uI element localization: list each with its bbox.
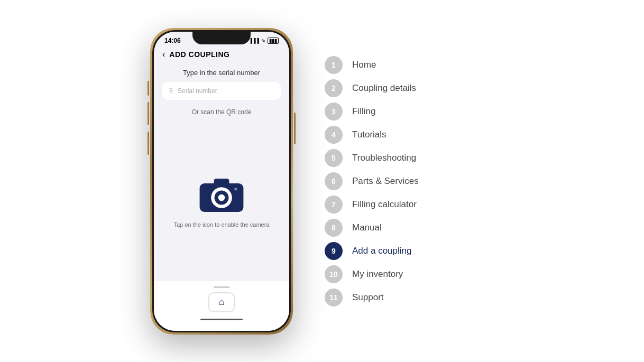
nav-item-2[interactable]: 2Coupling details — [325, 79, 494, 97]
nav-badge-7: 7 — [325, 196, 343, 214]
camera-icon — [198, 173, 245, 213]
phone-notch — [192, 32, 251, 44]
svg-rect-4 — [214, 179, 229, 185]
side-button-mute — [148, 81, 149, 96]
or-text: Or scan the QR code — [192, 108, 252, 116]
phone-device: 14:06 ▐▐▐ ∿ ▮▮▮ ‹ ADD COUPLING Type in t… — [150, 28, 293, 335]
nav-label-8: Manual — [352, 222, 382, 233]
nav-badge-9: 9 — [325, 242, 343, 260]
nav-item-4[interactable]: 4Tutorials — [325, 126, 494, 144]
nav-badge-3: 3 — [325, 103, 343, 120]
side-button-vol-up — [148, 102, 149, 125]
nav-badge-2: 2 — [325, 79, 343, 97]
swipe-indicator — [214, 286, 229, 288]
nav-label-10: My inventory — [352, 269, 403, 280]
nav-item-7[interactable]: 7Filling calculator — [325, 196, 494, 214]
home-icon: ⌂ — [219, 296, 225, 308]
app-nav-bar: ‹ ADD COUPLING — [154, 47, 289, 63]
screen-title: ADD COUPLING — [169, 50, 229, 59]
serial-input-field[interactable]: ⠿ Serial number — [162, 82, 281, 100]
nav-label-5: Troubleshooting — [352, 153, 416, 163]
nav-item-1[interactable]: 1Home — [325, 56, 494, 74]
wifi-icon: ∿ — [261, 38, 265, 43]
side-button-vol-down — [148, 132, 149, 155]
bottom-bar: ⌂ — [154, 281, 289, 331]
grid-icon: ⠿ — [169, 87, 173, 95]
nav-item-11[interactable]: 11Support — [325, 289, 494, 307]
status-time: 14:06 — [164, 37, 181, 44]
svg-point-3 — [218, 194, 225, 201]
nav-badge-1: 1 — [325, 56, 343, 74]
status-icons: ▐▐▐ ∿ ▮▮▮ — [249, 38, 279, 44]
home-bar — [200, 319, 243, 320]
nav-item-8[interactable]: 8Manual — [325, 219, 494, 237]
battery-icon: ▮▮▮ — [268, 38, 279, 44]
screen-content: Type in the serial number ⠿ Serial numbe… — [154, 63, 289, 281]
nav-badge-5: 5 — [325, 149, 343, 167]
nav-item-5[interactable]: 5Troubleshooting — [325, 149, 494, 167]
nav-badge-11: 11 — [325, 289, 343, 307]
nav-badge-6: 6 — [325, 172, 343, 190]
nav-label-11: Support — [352, 292, 384, 303]
home-button[interactable]: ⌂ — [208, 292, 235, 312]
nav-badge-8: 8 — [325, 219, 343, 237]
tap-text: Tap on the icon to enable the camera — [173, 221, 269, 228]
nav-item-9[interactable]: 9Add a coupling — [325, 242, 494, 260]
camera-section[interactable]: Tap on the icon to enable the camera — [173, 124, 269, 276]
main-container: 14:06 ▐▐▐ ∿ ▮▮▮ ‹ ADD COUPLING Type in t… — [0, 0, 644, 362]
nav-item-3[interactable]: 3Filling — [325, 103, 494, 120]
side-button-power — [294, 113, 296, 144]
camera-icon-wrapper[interactable] — [198, 172, 245, 214]
nav-label-9: Add a coupling — [352, 246, 411, 256]
nav-item-6[interactable]: 6Parts & Services — [325, 172, 494, 190]
signal-icon: ▐▐▐ — [249, 38, 259, 43]
nav-item-10[interactable]: 10My inventory — [325, 265, 494, 283]
nav-label-6: Parts & Services — [352, 176, 419, 187]
nav-badge-4: 4 — [325, 126, 343, 144]
phone-inner: 14:06 ▐▐▐ ∿ ▮▮▮ ‹ ADD COUPLING Type in t… — [152, 30, 291, 332]
nav-label-1: Home — [352, 60, 376, 70]
nav-label-2: Coupling details — [352, 83, 416, 94]
nav-label-7: Filling calculator — [352, 199, 417, 210]
phone-screen: 14:06 ▐▐▐ ∿ ▮▮▮ ‹ ADD COUPLING Type in t… — [154, 32, 289, 331]
serial-placeholder: Serial number — [178, 87, 217, 95]
svg-point-6 — [234, 188, 237, 190]
navigation-list: 1Home2Coupling details3Filling4Tutorials… — [325, 56, 494, 307]
nav-label-3: Filling — [352, 106, 375, 117]
back-button[interactable]: ‹ — [162, 50, 165, 59]
nav-label-4: Tutorials — [352, 129, 387, 140]
instruction-text: Type in the serial number — [183, 69, 260, 77]
nav-badge-10: 10 — [325, 265, 343, 283]
